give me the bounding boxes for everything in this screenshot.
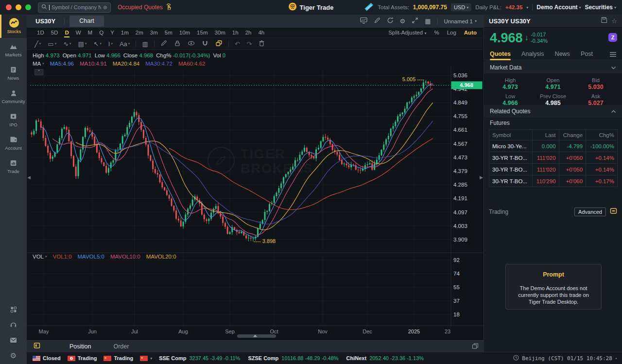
settings-icon[interactable]: ⚙ (10, 351, 17, 360)
timeframe-1h[interactable]: 1h (229, 28, 242, 38)
index-ticker[interactable]: SSE Comp3237.45 -3.49 -0.11% (159, 355, 240, 361)
table-row[interactable]: 30-YR T-BO...111'020+0'050+0.14% (489, 152, 618, 164)
futures-col-header[interactable]: Last (532, 130, 559, 140)
draw-mode-icon[interactable] (157, 38, 170, 50)
undo-icon[interactable]: ↶ (232, 38, 243, 50)
panel-expand-icon[interactable] (34, 342, 40, 351)
tab-position[interactable]: Position (69, 343, 91, 350)
search-input[interactable]: Symbol / Company Name ⊗ (38, 2, 111, 13)
index-ticker[interactable]: ChiNext2052.40 -23.36 -1.13% (346, 355, 424, 361)
futures-col-header[interactable]: Symbol (489, 130, 533, 140)
advanced-button[interactable]: Advanced (574, 208, 606, 216)
futures-col-header[interactable]: Chg% (586, 130, 618, 140)
timeframe-4h[interactable]: 4h (255, 28, 268, 38)
redo-icon[interactable]: ↷ (244, 38, 255, 50)
timeframe-1m[interactable]: 1m (118, 28, 132, 38)
text-tool-icon[interactable]: I▾ (105, 38, 116, 50)
maximize-window-button[interactable] (25, 4, 31, 10)
timeframe-5d[interactable]: 5D (48, 28, 62, 38)
edit-icon[interactable] (374, 17, 380, 26)
vol-selector[interactable]: VOL▾ (33, 254, 47, 260)
sidebar-item-news[interactable]: News (0, 61, 27, 85)
occupied-quotes-link[interactable]: Occupied Quotes (118, 3, 172, 12)
trash-icon[interactable] (256, 38, 268, 50)
sidebar-item-ipo[interactable]: IPO (0, 108, 27, 131)
percent-toggle[interactable]: % (434, 30, 439, 35)
ma-selector[interactable]: MA▾ (33, 61, 44, 67)
apps-icon[interactable] (10, 306, 17, 315)
timeframe-w[interactable]: W (72, 28, 85, 38)
index-ticker[interactable]: SZSE Comp10116.88 -48.29 -0.48% (248, 355, 338, 361)
label-tool-icon[interactable]: Aa▾ (117, 38, 133, 50)
futures-col-header[interactable]: Change (559, 130, 586, 140)
fullscreen-icon[interactable] (412, 17, 418, 26)
magnet-icon[interactable] (199, 38, 211, 50)
chart-type-icon[interactable]: ▥ (139, 38, 151, 50)
note-tool-icon[interactable]: ▤▾ (75, 38, 90, 50)
timeframe-2h[interactable]: 2h (242, 28, 255, 38)
timeframe-15m[interactable]: 15m (193, 28, 211, 38)
monitor-icon[interactable] (360, 17, 367, 26)
refresh-icon[interactable] (387, 17, 394, 26)
sidebar-item-trade[interactable]: Trade (0, 155, 27, 178)
pnl-dropdown-icon[interactable]: ▾ (526, 5, 528, 10)
support-icon[interactable] (10, 321, 17, 330)
save-layout-icon[interactable] (601, 17, 607, 25)
tab-news[interactable]: News (555, 49, 570, 60)
eye-icon[interactable] (185, 38, 198, 50)
timeframe-2m[interactable]: 2m (132, 28, 147, 38)
log-toggle[interactable]: Log (447, 30, 456, 35)
cascade-windows-icon[interactable] (472, 342, 479, 351)
tab-quotes[interactable]: Quotes (490, 49, 511, 60)
favorite-star-icon[interactable]: ☆ (611, 17, 617, 25)
collapse-indicator-button[interactable]: ⌃ (35, 69, 43, 75)
menu-hamburger-icon[interactable] (610, 50, 616, 59)
timeframe-10m[interactable]: 10m (176, 28, 193, 38)
lock-icon[interactable] (171, 38, 184, 50)
timeframe-m[interactable]: M (85, 28, 96, 38)
clock-area[interactable]: Beijing (CST) 01/15 10:45:28 ▴ (513, 355, 617, 362)
clear-search-icon[interactable]: ⊗ (103, 4, 107, 11)
auto-toggle[interactable]: Auto (464, 30, 477, 35)
workspace-selector[interactable]: Unnamed 1▾ (444, 18, 477, 24)
collapse-left-panel-icon[interactable]: ◀ (27, 175, 31, 180)
market-selector[interactable]: ▾ (140, 356, 152, 361)
tab-analysis[interactable]: Analysis (521, 49, 544, 60)
mail-icon[interactable] (10, 336, 17, 345)
securities-menu[interactable]: Securities▾ (585, 4, 616, 11)
timeframe-d[interactable]: D (61, 28, 72, 38)
symbol-tab[interactable]: US30Y (27, 17, 64, 25)
sidebar-item-stocks[interactable]: Stocks (0, 15, 27, 38)
line-tool-icon[interactable]: ╱▾ (32, 38, 44, 50)
related-quotes-section-header[interactable]: Related Quotes (484, 105, 622, 117)
tab-post[interactable]: Post (581, 49, 593, 60)
layout-grid-icon[interactable]: ▦ (425, 17, 431, 25)
zacks-badge-icon[interactable]: Z (608, 33, 617, 42)
wave-tool-icon[interactable]: ∿▾ (60, 38, 74, 50)
timeframe-y[interactable]: Y (107, 28, 118, 38)
table-row[interactable]: Micro 30-Ye...0.000-4.799-100.00% (489, 140, 618, 152)
minimize-window-button[interactable] (16, 4, 21, 10)
tab-chart[interactable]: Chart (69, 16, 104, 27)
timeframe-q[interactable]: Q (96, 28, 107, 38)
market-data-section-header[interactable]: Market Data (484, 61, 622, 73)
arrow-tool-icon[interactable]: ↖▾ (90, 38, 104, 50)
close-window-button[interactable] (6, 4, 12, 10)
shape-tool-icon[interactable]: ▭▾ (45, 38, 59, 50)
table-row[interactable]: 30-YR T-BO...110'290+0'060+0.17% (489, 175, 618, 187)
timeframe-30m[interactable]: 30m (211, 28, 228, 38)
currency-selector[interactable]: USD▾ (451, 3, 471, 11)
account-menu[interactable]: Demo Account▾ (536, 4, 581, 11)
timeframe-3m[interactable]: 3m (147, 28, 161, 38)
panel-toggle-icon[interactable] (610, 208, 617, 216)
layers-icon[interactable] (212, 38, 225, 50)
sidebar-item-community[interactable]: Community (0, 85, 27, 108)
tab-order[interactable]: Order (113, 343, 129, 350)
timeframe-1d[interactable]: 1D (34, 28, 48, 38)
table-row[interactable]: 30-YR T-BO...111'020+0'050+0.14% (489, 164, 618, 175)
collapse-right-panel-icon[interactable]: ▶ (480, 175, 483, 180)
timeframe-5m[interactable]: 5m (161, 28, 176, 38)
sidebar-item-markets[interactable]: Markets (0, 38, 27, 61)
sidebar-item-account[interactable]: Account (0, 131, 27, 155)
split-adjusted-selector[interactable]: Split-Adjusted ▾ (388, 30, 426, 35)
